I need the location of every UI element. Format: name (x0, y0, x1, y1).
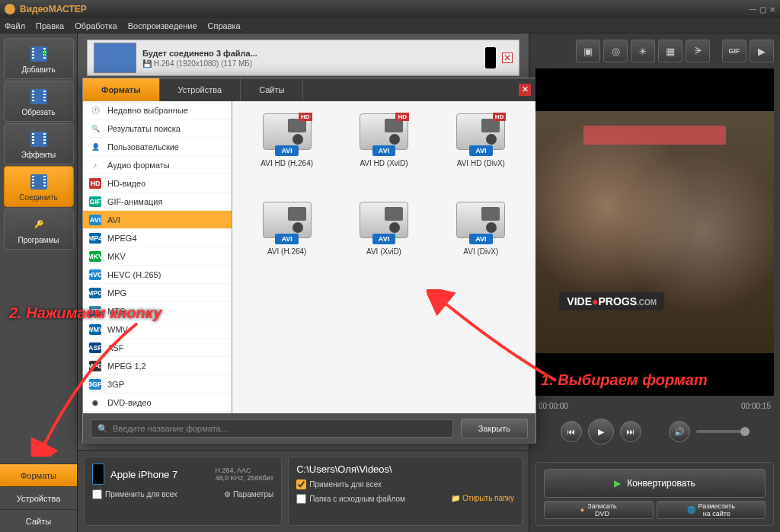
category-item[interactable]: ASFASF (83, 339, 232, 357)
preview-screen[interactable]: VIDE●PROGS.COM (535, 68, 774, 396)
sidebar-add-button[interactable]: + Добавить (4, 38, 74, 79)
maximize-icon[interactable]: ▢ (759, 5, 766, 14)
format-badge-icon: MTS (89, 306, 101, 317)
category-item[interactable]: MTSMTS (83, 302, 232, 320)
format-item[interactable]: HDAVIAVI HD (H.264) (240, 113, 334, 197)
device-spec: H.264, AAC 48,0 KHz, 256Кбит (216, 467, 274, 482)
category-item[interactable]: MPGMPG (83, 284, 232, 302)
format-badge-icon: MPG (89, 361, 101, 371)
dialog-tab-devices[interactable]: Устройства (160, 78, 241, 101)
clock-icon: 🕐 (89, 105, 101, 116)
crop-tool-icon[interactable]: ▣ (576, 40, 600, 62)
params-button[interactable]: ⚙ Параметры (224, 490, 273, 499)
category-label: MPEG4 (107, 234, 137, 243)
convert-button[interactable]: ▶ Конвертировать (544, 469, 766, 498)
sidebar-programs-button[interactable]: 🔑 Программы (4, 209, 74, 250)
category-label: DVD-видео (107, 398, 152, 407)
category-item[interactable]: ◉DVD-видео (83, 393, 232, 412)
category-label: WMV (107, 325, 128, 334)
format-search-input[interactable]: 🔍 Введите название формата... (91, 419, 453, 438)
disc-icon: ● (580, 506, 584, 514)
play-button[interactable]: ▶ (588, 419, 614, 444)
category-item[interactable]: ♪Аудио форматы (83, 156, 232, 174)
sidebar-tab-devices[interactable]: Устройства (0, 486, 77, 509)
category-list[interactable]: 🕐Недавно выбранные🔍Результаты поиска👤Пол… (83, 101, 232, 413)
next-button[interactable]: ⏭ (620, 421, 641, 442)
menu-file[interactable]: Файл (5, 21, 25, 30)
category-label: Недавно выбранные (107, 106, 188, 115)
category-label: Результаты поиска (107, 124, 181, 133)
category-item[interactable]: MP4MPEG4 (83, 229, 232, 247)
category-item[interactable]: AVIAVI (83, 211, 232, 229)
category-item[interactable]: GIFGIF-анимация (83, 193, 232, 211)
category-label: 3GP (107, 380, 124, 389)
sidebar-tab-sites[interactable]: Сайты (0, 509, 77, 532)
menu-help[interactable]: Справка (208, 21, 241, 30)
play-arrow-icon: ▶ (614, 478, 621, 489)
volume-slider[interactable] (696, 430, 750, 433)
close-file-button[interactable]: ✕ (502, 53, 513, 63)
output-path[interactable]: C:\Users\Оля\Videos\ (296, 464, 514, 475)
fx-tool-icon[interactable]: ▦ (658, 40, 682, 62)
speed-tool-icon[interactable]: ᗒ (686, 40, 710, 62)
open-folder-button[interactable]: 📁 Открыть папку (451, 494, 514, 504)
sidebar-merge-button[interactable]: Соединить (4, 166, 74, 207)
fullscreen-tool-icon[interactable]: ▶ (750, 40, 774, 62)
format-tag: AVI (372, 234, 395, 244)
apply-all-path-checkbox[interactable]: Применить для всех (296, 479, 514, 489)
sidebar-effects-button[interactable]: Эффекты (4, 123, 74, 164)
category-item[interactable]: HVCHEVC (H.265) (83, 266, 232, 284)
category-label: HEVC (H.265) (107, 270, 161, 279)
device-preview-icon (485, 47, 496, 68)
prev-button[interactable]: ⏮ (561, 421, 582, 442)
category-item[interactable]: WMVWMV (83, 320, 232, 339)
format-tag: AVI (275, 145, 298, 156)
dialog-close-button[interactable]: ✕ (519, 84, 531, 96)
menu-playback[interactable]: Воспроизведение (128, 21, 197, 30)
publish-button[interactable]: 🌐 Разместить на сайте (657, 501, 766, 519)
snapshot-tool-icon[interactable]: ◎ (603, 40, 628, 62)
wand-icon (29, 129, 49, 149)
menu-edit[interactable]: Правка (36, 21, 64, 30)
format-tag: AVI (372, 145, 395, 156)
dialog-tab-sites[interactable]: Сайты (241, 78, 303, 101)
format-label: AVI HD (XviD) (360, 159, 408, 167)
category-item[interactable]: MPGMPEG 1,2 (83, 357, 232, 375)
format-badge-icon: MKV (89, 251, 101, 262)
format-item[interactable]: HDAVIAVI HD (DivX) (434, 113, 528, 197)
write-dvd-button[interactable]: ● Записать DVD (544, 501, 654, 519)
category-label: MKV (107, 252, 126, 261)
minimize-icon[interactable]: — (749, 5, 756, 14)
format-item[interactable]: AVIAVI (DivX) (434, 202, 528, 285)
time-current: 00:00:00 (539, 402, 568, 410)
dialog-tab-formats[interactable]: Форматы (83, 78, 160, 101)
format-item[interactable]: AVIAVI (H.264) (240, 202, 334, 285)
note-icon: ♪ (89, 160, 101, 170)
category-item[interactable]: 👤Пользовательские (83, 138, 232, 156)
center-pane: Будет соединено 3 файла... 💾 H.264 (1920… (78, 33, 529, 532)
dialog-close-text-button[interactable]: Закрыть (461, 419, 528, 438)
format-label: AVI (XviD) (366, 247, 401, 256)
app-title: ВидеоМАСТЕР (20, 4, 87, 14)
close-window-icon[interactable]: ✕ (769, 5, 775, 14)
category-item[interactable]: 🔍Результаты поиска (83, 119, 232, 138)
source-folder-checkbox[interactable]: Папка с исходным файлом (296, 494, 405, 504)
category-item[interactable]: 🕐Недавно выбранные (83, 101, 232, 119)
sidebar-tab-formats[interactable]: Форматы (0, 464, 77, 486)
volume-button[interactable]: 🔊 (669, 421, 690, 442)
category-item[interactable]: MKVMKV (83, 247, 232, 266)
menu-process[interactable]: Обработка (75, 21, 117, 30)
gif-tool-icon[interactable]: GIF (722, 40, 746, 62)
camera-icon (456, 202, 505, 238)
sidebar-cut-button[interactable]: Обрезать (4, 81, 74, 122)
category-item[interactable]: 3GP3GP (83, 375, 232, 393)
apply-all-format-checkbox[interactable]: Применить для всех (92, 489, 177, 499)
scissors-icon (29, 87, 49, 107)
format-item[interactable]: AVIAVI (XviD) (337, 202, 430, 285)
category-item[interactable]: HDHD-видео (83, 174, 232, 193)
left-sidebar: + Добавить Обрезать Эффекты Соединить 🔑 … (0, 33, 78, 532)
brightness-tool-icon[interactable]: ☀ (631, 40, 655, 62)
format-badge-icon: AVI (89, 215, 101, 225)
format-item[interactable]: HDAVIAVI HD (XviD) (337, 113, 430, 197)
category-item[interactable]: FFlash-видео (83, 412, 232, 413)
